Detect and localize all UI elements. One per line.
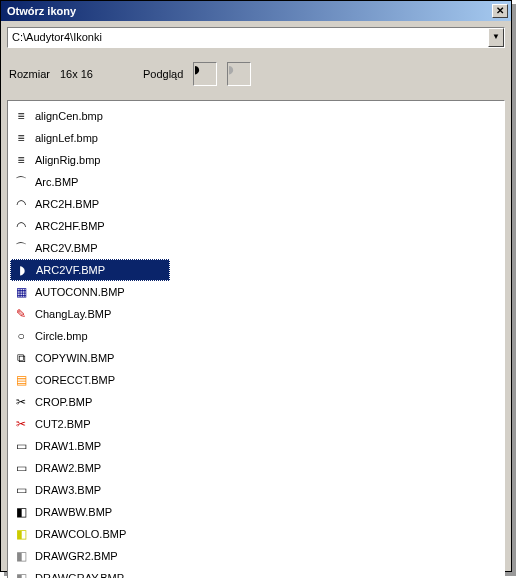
file-name: DRAW2.BMP bbox=[35, 462, 101, 474]
file-icon: ✂ bbox=[13, 394, 29, 410]
dialog-window: Otwórz ikony ✕ C:\Audytor4\Ikonki ▼ Rozm… bbox=[0, 0, 512, 572]
list-item[interactable]: ⧉COPYWIN.BMP bbox=[10, 347, 170, 369]
file-icon: ▦ bbox=[13, 284, 29, 300]
list-item[interactable]: ✎ChangLay.BMP bbox=[10, 303, 170, 325]
file-icon: ⌒ bbox=[13, 240, 29, 256]
file-icon: ⧉ bbox=[13, 350, 29, 366]
file-name: Arc.BMP bbox=[35, 176, 78, 188]
list-item[interactable]: ▦AUTOCONN.BMP bbox=[10, 281, 170, 303]
list-item[interactable]: ⌒ARC2V.BMP bbox=[10, 237, 170, 259]
list-item[interactable]: ≡AlignRig.bmp bbox=[10, 149, 170, 171]
file-name: AlignRig.bmp bbox=[35, 154, 100, 166]
list-item[interactable]: ◧DRAWGRAY.BMP bbox=[10, 567, 170, 578]
list-item[interactable]: ○Circle.bmp bbox=[10, 325, 170, 347]
close-button[interactable]: ✕ bbox=[492, 4, 508, 18]
size-preview-row: Rozmiar 16x 16 Podgląd ◗ ◗ bbox=[7, 58, 505, 90]
file-name: alignLef.bmp bbox=[35, 132, 98, 144]
file-icon: ◧ bbox=[13, 548, 29, 564]
window-title: Otwórz ikony bbox=[7, 5, 76, 17]
file-icon: ▭ bbox=[13, 438, 29, 454]
file-name: ARC2V.BMP bbox=[35, 242, 98, 254]
list-item[interactable]: ✂CROP.BMP bbox=[10, 391, 170, 413]
file-icon: ◠ bbox=[13, 196, 29, 212]
list-item[interactable]: ◧DRAWCOLO.BMP bbox=[10, 523, 170, 545]
file-icon: ✂ bbox=[13, 416, 29, 432]
list-item[interactable]: ▭DRAW1.BMP bbox=[10, 435, 170, 457]
file-name: CORECCT.BMP bbox=[35, 374, 115, 386]
titlebar: Otwórz ikony ✕ bbox=[1, 1, 511, 21]
file-icon: ◗ bbox=[14, 262, 30, 278]
file-name: ARC2HF.BMP bbox=[35, 220, 105, 232]
file-icon: ◠ bbox=[13, 218, 29, 234]
file-name: DRAWGR2.BMP bbox=[35, 550, 118, 562]
path-dropdown-button[interactable]: ▼ bbox=[488, 28, 504, 47]
file-icon: ≡ bbox=[13, 108, 29, 124]
file-name: DRAW1.BMP bbox=[35, 440, 101, 452]
list-item[interactable]: ◧DRAWGR2.BMP bbox=[10, 545, 170, 567]
file-name: Circle.bmp bbox=[35, 330, 88, 342]
file-icon: ▭ bbox=[13, 482, 29, 498]
size-value: 16x 16 bbox=[60, 68, 93, 80]
file-icon: ○ bbox=[13, 328, 29, 344]
list-item[interactable]: ▤CORECCT.BMP bbox=[10, 369, 170, 391]
file-name: alignCen.bmp bbox=[35, 110, 103, 122]
file-name: DRAWGRAY.BMP bbox=[35, 572, 124, 578]
list-item[interactable]: ▭DRAW2.BMP bbox=[10, 457, 170, 479]
content-area: C:\Audytor4\Ikonki ▼ Rozmiar 16x 16 Podg… bbox=[1, 21, 511, 578]
file-name: COPYWIN.BMP bbox=[35, 352, 114, 364]
file-icon: ◧ bbox=[13, 570, 29, 578]
file-icon: ⌒ bbox=[13, 174, 29, 190]
file-icon: ▭ bbox=[13, 460, 29, 476]
file-icon: ◧ bbox=[13, 504, 29, 520]
file-name: ARC2H.BMP bbox=[35, 198, 99, 210]
list-item[interactable]: ◧DRAWBW.BMP bbox=[10, 501, 170, 523]
list-item[interactable]: ▭DRAW3.BMP bbox=[10, 479, 170, 501]
file-icon: ◧ bbox=[13, 526, 29, 542]
file-name: DRAWBW.BMP bbox=[35, 506, 112, 518]
file-name: CROP.BMP bbox=[35, 396, 92, 408]
preview-slot-1: ◗ bbox=[193, 62, 217, 86]
size-label: Rozmiar bbox=[9, 68, 50, 80]
list-item[interactable]: ≡alignCen.bmp bbox=[10, 105, 170, 127]
file-list-frame: ≡alignCen.bmp≡alignLef.bmp≡AlignRig.bmp⌒… bbox=[7, 100, 505, 578]
file-name: CUT2.BMP bbox=[35, 418, 91, 430]
file-name: DRAWCOLO.BMP bbox=[35, 528, 126, 540]
file-name: DRAW3.BMP bbox=[35, 484, 101, 496]
file-icon: ✎ bbox=[13, 306, 29, 322]
file-icon: ≡ bbox=[13, 130, 29, 146]
file-list[interactable]: ≡alignCen.bmp≡alignLef.bmp≡AlignRig.bmp⌒… bbox=[10, 105, 502, 578]
preview-slot-2: ◗ bbox=[227, 62, 251, 86]
preview-label: Podgląd bbox=[143, 68, 183, 80]
file-icon: ≡ bbox=[13, 152, 29, 168]
path-text[interactable]: C:\Audytor4\Ikonki bbox=[8, 28, 488, 47]
file-name: ChangLay.BMP bbox=[35, 308, 111, 320]
list-item[interactable]: ◗ARC2VF.BMP bbox=[10, 259, 170, 281]
file-name: AUTOCONN.BMP bbox=[35, 286, 125, 298]
path-row: C:\Audytor4\Ikonki ▼ bbox=[7, 27, 505, 48]
file-icon: ▤ bbox=[13, 372, 29, 388]
list-item[interactable]: ◠ARC2H.BMP bbox=[10, 193, 170, 215]
list-item[interactable]: ◠ARC2HF.BMP bbox=[10, 215, 170, 237]
path-combobox[interactable]: C:\Audytor4\Ikonki ▼ bbox=[7, 27, 505, 48]
list-item[interactable]: ≡alignLef.bmp bbox=[10, 127, 170, 149]
file-name: ARC2VF.BMP bbox=[36, 264, 105, 276]
list-item[interactable]: ⌒Arc.BMP bbox=[10, 171, 170, 193]
list-item[interactable]: ✂CUT2.BMP bbox=[10, 413, 170, 435]
